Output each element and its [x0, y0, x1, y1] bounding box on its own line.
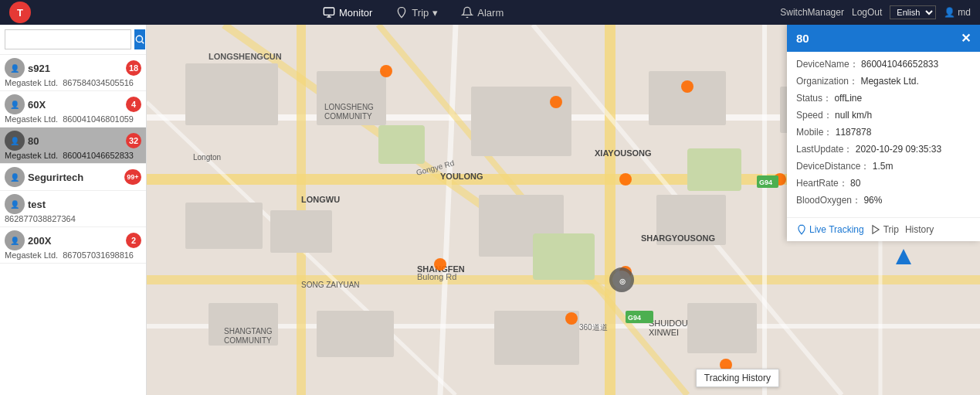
svg-text:LONGWU: LONGWU [301, 195, 340, 204]
svg-rect-0 [324, 8, 334, 15]
device-info: 60X 4 [28, 97, 141, 112]
search-bar: Advanced [0, 25, 146, 55]
svg-text:SHANGTANG: SHANGTANG [224, 327, 273, 335]
avatar: 👤 [5, 194, 25, 214]
device-info: test [28, 199, 141, 210]
heart-rate-row: HeartRate： 80 [796, 177, 971, 190]
svg-point-52 [550, 96, 562, 108]
avatar: 👤 [5, 58, 25, 78]
last-update-row: LastUpdate： 2020-10-29 09:35:33 [796, 143, 971, 156]
device-item[interactable]: 👤 test 862877038827364 [0, 191, 146, 227]
device-item-selected[interactable]: 👤 80 32 Megastek Ltd. 860041046652833 [0, 128, 146, 164]
svg-rect-25 [649, 71, 726, 125]
svg-rect-33 [687, 148, 741, 191]
svg-rect-29 [317, 311, 394, 357]
nav-monitor[interactable]: Monitor [323, 6, 372, 19]
svg-text:LONGSHENGCUN: LONGSHENGCUN [209, 52, 282, 61]
device-info: s921 18 [28, 60, 141, 76]
status-row: Status： offLine [796, 92, 971, 105]
tracking-history-label: Tracking History [696, 369, 779, 387]
device-name-row: DeviceName： 860041046652833 [796, 58, 971, 71]
info-panel-title: 80 [796, 32, 809, 45]
bell-icon [461, 6, 473, 19]
svg-point-51 [380, 65, 392, 77]
info-actions: Live Tracking Trip History [787, 217, 980, 241]
svg-rect-34 [533, 233, 595, 280]
svg-line-4 [142, 42, 144, 44]
svg-point-54 [619, 173, 632, 186]
history-button[interactable]: History [905, 224, 934, 235]
logo: T [9, 2, 31, 23]
svg-rect-21 [185, 203, 263, 249]
svg-point-58 [565, 312, 578, 325]
svg-text:Longton: Longton [193, 153, 221, 162]
switch-manager-btn[interactable]: SwitchManager [780, 7, 844, 18]
top-nav: T Monitor Trip ▾ Alarm SwitchManager Log… [0, 0, 980, 25]
device-info: 200X 2 [28, 233, 141, 248]
svg-text:YOULONG: YOULONG [440, 172, 483, 181]
info-panel-body: DeviceName： 860041046652833 Organization… [787, 52, 980, 217]
user-btn[interactable]: 👤 md [944, 7, 971, 18]
svg-rect-19 [185, 63, 278, 125]
info-panel: 80 ✕ DeviceName： 860041046652833 Organiz… [787, 25, 980, 241]
avatar: 👤 [5, 167, 25, 187]
device-distance-row: DeviceDistance： 1.5m [796, 160, 971, 173]
live-tracking-button[interactable]: Live Tracking [796, 224, 864, 235]
location-icon [395, 6, 408, 19]
avatar: 👤 [5, 230, 25, 250]
svg-rect-22 [270, 210, 332, 253]
svg-text:SONG ZAIYUAN: SONG ZAIYUAN [301, 281, 360, 289]
svg-text:G94: G94 [759, 179, 772, 186]
device-item[interactable]: 👤 Segurirtech 99+ [0, 164, 146, 191]
org-row: Organization： Megastek Ltd. [796, 75, 971, 88]
info-panel-header: 80 ✕ [787, 25, 980, 52]
svg-text:LONGSHENG: LONGSHENG [324, 103, 374, 111]
device-item[interactable]: 👤 200X 2 Megastek Ltd. 867057031698816 [0, 227, 146, 264]
avatar: 👤 [5, 94, 25, 114]
device-info: Segurirtech 99+ [28, 169, 141, 185]
trip-button[interactable]: Trip [870, 224, 899, 235]
device-item[interactable]: 👤 60X 4 Megastek Ltd. 860041046801059 [0, 91, 146, 128]
nav-right: SwitchManager LogOut Enlish 👤 md [780, 5, 971, 19]
language-select[interactable]: Enlish [890, 5, 936, 19]
blood-oxygen-row: BloodOxygen： 96% [796, 194, 971, 207]
logout-btn[interactable]: LogOut [852, 7, 882, 18]
svg-text:SHARGYOUSONG: SHARGYOUSONG [641, 233, 715, 243]
svg-text:◎: ◎ [619, 278, 626, 285]
svg-text:SHUIDOU: SHUIDOU [649, 318, 688, 328]
search-icon [134, 34, 145, 45]
svg-rect-32 [378, 125, 425, 164]
svg-text:COMMUNITY: COMMUNITY [224, 336, 272, 345]
sidebar: Advanced 👤 s921 18 Megastek Ltd. 8675840… [0, 25, 147, 395]
svg-text:G94: G94 [628, 314, 641, 322]
svg-marker-72 [873, 226, 879, 234]
svg-text:Bulong Rd: Bulong Rd [417, 272, 456, 281]
svg-text:XINWEI: XINWEI [649, 328, 679, 337]
nav-items: Monitor Trip ▾ Alarm [46, 6, 780, 19]
device-info: 80 32 [28, 133, 141, 148]
main-layout: Advanced 👤 s921 18 Megastek Ltd. 8675840… [0, 25, 980, 395]
map-area[interactable]: LONGSHENGCUN LONGSHENG COMMUNITY Longton… [147, 25, 980, 395]
play-icon [870, 224, 881, 235]
info-panel-close-button[interactable]: ✕ [961, 31, 971, 46]
nav-trip[interactable]: Trip ▾ [395, 6, 438, 19]
svg-point-3 [136, 36, 142, 42]
speed-row: Speed： null km/h [796, 109, 971, 122]
svg-text:COMMUNITY: COMMUNITY [324, 112, 372, 121]
search-input[interactable] [5, 29, 131, 49]
nav-alarm[interactable]: Alarm [461, 6, 504, 19]
svg-text:XIAYOUSONG: XIAYOUSONG [595, 148, 652, 158]
monitor-icon [323, 6, 335, 19]
search-button[interactable] [134, 29, 145, 49]
svg-text:360道道: 360道道 [579, 323, 608, 332]
device-item[interactable]: 👤 s921 18 Megastek Ltd. 867584034505516 [0, 55, 146, 91]
svg-point-53 [681, 80, 693, 93]
avatar: 👤 [5, 131, 25, 151]
mobile-row: Mobile： 1187878 [796, 126, 971, 139]
svg-point-56 [434, 258, 446, 271]
location-pin-icon [796, 224, 807, 235]
svg-rect-31 [687, 303, 757, 353]
